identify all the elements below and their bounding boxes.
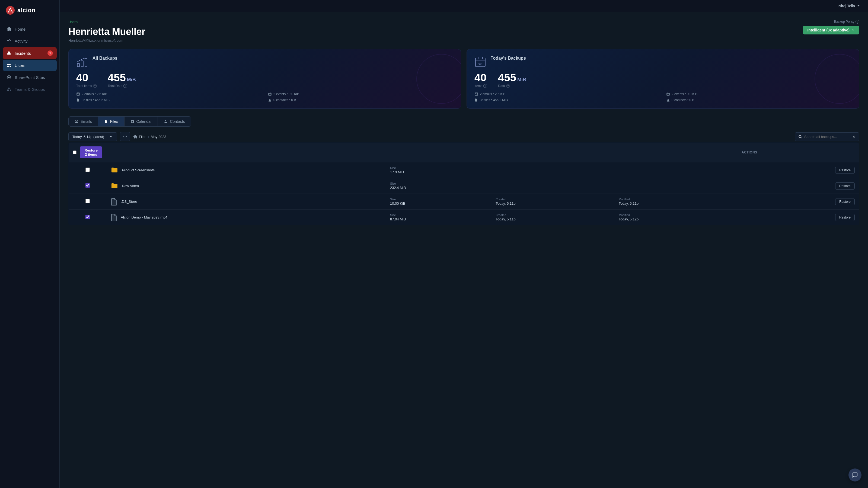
close-icon[interactable] — [852, 135, 856, 138]
size-cell: Size17.9 MiB — [386, 162, 491, 178]
all-backups-card: All Backups 40 Total Items ? — [68, 49, 461, 109]
tab-emails[interactable]: Emails — [69, 117, 98, 126]
calendar-icon — [666, 92, 670, 96]
backup-policy-button[interactable]: Intelligent (3x adaptive) — [803, 26, 859, 34]
name-column-header — [106, 142, 386, 162]
today-detail-events: 2 events • 9.0 KiB — [666, 92, 851, 96]
select-all-checkbox[interactable] — [73, 150, 76, 155]
sidebar-nav: Home Activity Incidents 1 Users — [0, 23, 59, 95]
row-checkbox-cell — [69, 209, 107, 225]
file-browser-header: Today, 5:14p (latest) Files › May 2023 — [68, 132, 859, 141]
sidebar-item-users[interactable]: Users — [3, 60, 57, 71]
restore-items-button[interactable]: Restore 2 items — [80, 147, 102, 158]
tab-contacts[interactable]: Contacts — [158, 117, 191, 126]
home-icon — [6, 27, 11, 31]
select-all-header: Restore 2 items — [69, 142, 107, 162]
svg-point-0 — [6, 6, 14, 14]
restore-cell: Restore — [737, 209, 859, 225]
chat-icon — [852, 472, 858, 478]
users-icon — [6, 63, 11, 68]
all-backups-title: All Backups — [93, 56, 118, 61]
row-checkbox[interactable] — [86, 199, 90, 203]
sidebar-item-teams[interactable]: Teams & Groups — [3, 84, 57, 95]
table-row: Raw Video Size232.4 MiBRestore — [69, 178, 859, 194]
content-tabs: Emails Files Calendar Contacts — [68, 116, 191, 127]
total-items-info[interactable]: ? — [93, 84, 97, 88]
row-checkbox[interactable] — [86, 183, 90, 188]
sidebar-item-home[interactable]: Home — [3, 23, 57, 35]
todays-backups-title: Today's Backups — [491, 56, 526, 61]
today-items-label: Items — [474, 84, 482, 88]
today-data-label: Data — [498, 84, 505, 88]
restore-button[interactable]: Restore — [835, 167, 855, 174]
detail-emails: 2 emails • 2.6 KiB — [76, 92, 261, 96]
restore-button[interactable]: Restore — [835, 198, 855, 205]
chevron-down-icon — [857, 4, 860, 8]
breadcrumb[interactable]: Users — [68, 20, 145, 24]
created-cell: CreatedToday, 5:11p — [491, 194, 614, 209]
row-checkbox[interactable] — [86, 215, 90, 219]
stat-cards: All Backups 40 Total Items ? — [68, 49, 859, 109]
svg-rect-3 — [77, 63, 80, 67]
sidebar-item-activity[interactable]: Activity — [3, 35, 57, 46]
search-input[interactable] — [804, 135, 850, 139]
today-items-info[interactable]: ? — [484, 84, 487, 88]
logo-text: alcion — [18, 7, 35, 14]
file-tab-icon — [104, 120, 108, 123]
detail-contacts: 0 contacts • 0 B — [268, 98, 453, 102]
restore-button[interactable]: Restore — [835, 214, 855, 221]
sidebar-item-sharepoint[interactable]: SharePoint Sites — [3, 72, 57, 83]
path-breadcrumb: Files › May 2023 — [133, 134, 166, 139]
folder-icon — [111, 183, 119, 189]
file-name: Raw Video — [122, 184, 139, 188]
today-data-unit: MiB — [517, 77, 526, 82]
file-table: Restore 2 items ACTIONS — [68, 142, 859, 225]
created-cell: CreatedToday, 5:11p — [491, 209, 614, 225]
detail-events: 2 events • 9.0 KiB — [268, 92, 453, 96]
sidebar-item-label: Teams & Groups — [14, 87, 45, 92]
logo[interactable]: alcion — [0, 5, 59, 23]
tab-files[interactable]: Files — [98, 117, 124, 126]
size-column-header — [386, 142, 491, 162]
row-checkbox-cell — [69, 178, 107, 194]
topbar: Niraj Tolia — [60, 0, 868, 12]
modified-cell: ModifiedToday, 5:11p — [614, 194, 737, 209]
chat-bubble[interactable] — [848, 468, 862, 482]
sidebar-item-incidents[interactable]: Incidents 1 — [3, 47, 57, 59]
size-cell: Size87.04 MiB — [386, 209, 491, 225]
page-title: Henrietta Mueller — [68, 26, 145, 37]
total-data-unit: MiB — [127, 77, 136, 82]
todays-backups-card: 26 Today's Backups 40 Items ? — [467, 49, 859, 109]
chevron-down-icon — [851, 28, 855, 32]
activity-icon — [6, 38, 11, 43]
today-data-value: 455 — [498, 72, 516, 83]
total-data-info[interactable]: ? — [123, 84, 127, 88]
svg-point-11 — [125, 136, 125, 137]
home-path-icon — [133, 134, 137, 139]
svg-point-12 — [126, 136, 127, 137]
file-name: Product Screenshots — [122, 168, 155, 172]
svg-point-13 — [799, 135, 801, 137]
user-menu[interactable]: Niraj Tolia — [838, 4, 860, 8]
created-column-header — [491, 142, 614, 162]
folder-icon — [111, 167, 119, 173]
restore-button[interactable]: Restore — [835, 183, 855, 190]
today-detail-contacts: 0 contacts • 0 B — [666, 98, 851, 102]
backup-policy-info-icon[interactable]: ? — [856, 20, 859, 24]
svg-rect-4 — [81, 61, 83, 67]
date-selector[interactable]: Today, 5:14p (latest) — [68, 132, 117, 141]
actions-column-header: ACTIONS — [737, 142, 859, 162]
all-backups-numbers: 40 Total Items ? 455 MiB Total — [76, 72, 453, 88]
row-checkbox[interactable] — [86, 167, 90, 172]
tab-calendar[interactable]: Calendar — [124, 117, 158, 126]
file-name: Alcion Demo - May 2023.mp4 — [121, 215, 167, 219]
total-data-label: Total Data — [108, 84, 122, 88]
restore-cell: Restore — [737, 178, 859, 194]
file-icon — [76, 98, 80, 102]
total-items-value: 40 — [76, 72, 88, 83]
today-data-info[interactable]: ? — [506, 84, 510, 88]
more-options-button[interactable] — [120, 132, 130, 141]
contact-icon — [666, 98, 670, 102]
size-cell: Size232.4 MiB — [386, 178, 491, 194]
incidents-badge: 1 — [48, 51, 53, 56]
